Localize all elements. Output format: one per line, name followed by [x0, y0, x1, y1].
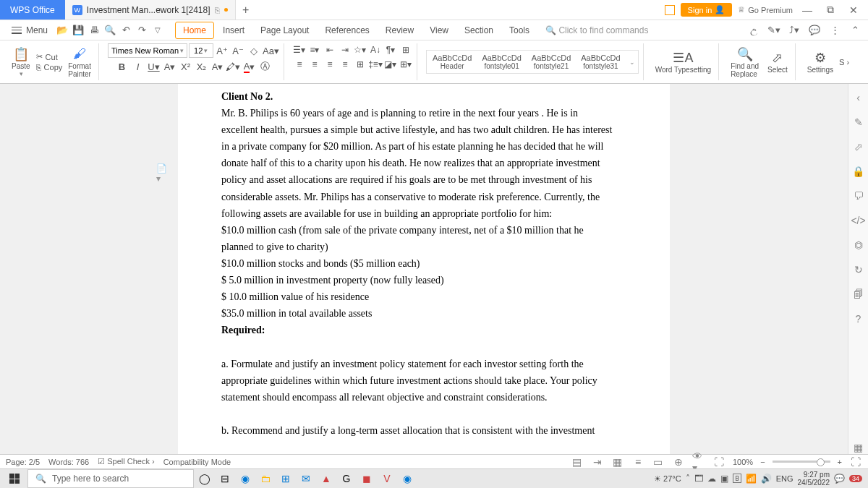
code-icon[interactable]: </>	[852, 214, 865, 227]
bluetooth-icon[interactable]: 🄱	[733, 474, 741, 484]
maximize-button[interactable]: ⧉	[822, 4, 839, 16]
bullets-button[interactable]: ☰▾	[293, 43, 306, 56]
strikethrough-button[interactable]: A▾	[162, 59, 176, 74]
task-view-icon[interactable]: ◯	[195, 469, 214, 488]
page-indicator[interactable]: Page: 2/5	[6, 458, 40, 466]
share-icon[interactable]: උ	[746, 23, 761, 38]
styles-more-icon[interactable]: ⌄	[629, 59, 635, 66]
ltr-button[interactable]: A↓	[369, 43, 382, 56]
show-marks-button[interactable]: ¶▾	[384, 43, 397, 56]
menu-button[interactable]: Menu	[6, 25, 54, 35]
tray-chevron-icon[interactable]: ˄	[686, 474, 690, 484]
select-tool-icon[interactable]: ⬀	[852, 140, 865, 153]
align-right-button[interactable]: ≡	[323, 58, 336, 71]
find-replace-button[interactable]: 🔍Find and Replace	[728, 45, 762, 80]
justify-button[interactable]: ≡	[339, 58, 352, 71]
onedrive-icon[interactable]: ☁	[707, 474, 716, 484]
document-area[interactable]: 📄▾ Client No 2. Mr. B. Philips is 60 yea…	[0, 84, 848, 454]
underline-button[interactable]: U▾	[146, 59, 161, 74]
grow-font-button[interactable]: A⁺	[215, 43, 229, 58]
camera-icon[interactable]: ◉	[398, 469, 417, 488]
chrome-icon[interactable]: G	[337, 469, 356, 488]
app-icon-2[interactable]: V	[378, 469, 396, 488]
font-color-button[interactable]: A▾	[242, 59, 256, 74]
preview-icon[interactable]: 🔍	[103, 23, 117, 38]
volume-icon[interactable]: 🔊	[761, 474, 772, 484]
weather-widget[interactable]: ☀ 27°C	[654, 474, 681, 484]
word-count[interactable]: Words: 766	[48, 458, 89, 466]
shrink-font-button[interactable]: A⁻	[231, 43, 245, 58]
redo-icon[interactable]: ↷	[135, 23, 149, 38]
store-icon[interactable]: ⊞	[276, 469, 295, 488]
edge-icon[interactable]: ◉	[236, 469, 255, 488]
clear-format-button[interactable]: ◇	[247, 43, 261, 58]
change-case-button[interactable]: Aa▾	[263, 43, 279, 58]
style-gallery[interactable]: AaBbCcDdHeader AaBbCcDdfontstyle01 AaBbC…	[426, 50, 639, 74]
align-left-button[interactable]: ≡	[293, 58, 306, 71]
language-indicator[interactable]: ENG	[776, 474, 793, 483]
cortana-icon[interactable]: ⊟	[216, 469, 234, 488]
settings-side-icon[interactable]: ⏣	[852, 239, 865, 252]
outdent-button[interactable]: ⇤	[323, 43, 336, 56]
history-icon[interactable]: ↻	[852, 263, 865, 276]
sort-button[interactable]: ☆▾	[354, 43, 367, 56]
taskbar-search[interactable]: 🔍Type here to search	[27, 469, 194, 488]
indent-button[interactable]: ⇥	[339, 43, 352, 56]
style-header[interactable]: AaBbCcDdHeader	[430, 52, 475, 72]
bold-button[interactable]: B	[114, 59, 129, 74]
edit-mode-icon[interactable]: ✎▾	[767, 23, 781, 38]
export-icon[interactable]: ⤴▾	[787, 23, 801, 38]
more-icon[interactable]: ⋮	[827, 23, 842, 38]
print-icon[interactable]: 🖶	[87, 23, 101, 38]
open-icon[interactable]: 📂	[55, 23, 69, 38]
tab-section[interactable]: Section	[457, 22, 501, 38]
grid-apps-icon[interactable]: ▦	[852, 441, 865, 454]
word-typesetting-button[interactable]: ☰AWord Typesetting	[652, 48, 714, 75]
comment-icon[interactable]: 💬	[807, 23, 822, 38]
copy-button[interactable]: ⎘Copy	[36, 63, 63, 72]
battery-icon[interactable]: 🗔	[694, 474, 703, 484]
tray-app-icon[interactable]: ▣	[720, 474, 728, 484]
tab-references[interactable]: References	[318, 22, 376, 38]
layout-1-icon[interactable]: ▤	[571, 455, 584, 468]
text-effects-button[interactable]: A▾	[210, 59, 224, 74]
translate-icon[interactable]: 🗩	[852, 189, 865, 202]
tab-review[interactable]: Review	[378, 22, 421, 38]
view-read-icon[interactable]: ⊕	[672, 455, 685, 468]
office-icon[interactable]: ◼	[357, 469, 376, 488]
char-border-button[interactable]: Ⓐ	[258, 59, 272, 74]
view-outline-icon[interactable]: ≡	[631, 455, 644, 468]
numbering-button[interactable]: ≡▾	[308, 43, 321, 56]
spell-check-toggle[interactable]: ☑ Spell Check ›	[98, 457, 155, 466]
signin-button[interactable]: Sign in👤	[681, 3, 733, 17]
explorer-icon[interactable]: 🗀	[256, 469, 275, 488]
tab-tools[interactable]: Tools	[502, 22, 537, 38]
tab-insert[interactable]: Insert	[216, 22, 252, 38]
align-center-button[interactable]: ≡	[308, 58, 321, 71]
clock[interactable]: 9:27 pm24/5/2022	[797, 471, 830, 487]
save-icon[interactable]: 💾	[71, 23, 85, 38]
eye-icon[interactable]: 👁▾	[692, 455, 705, 468]
settings-button[interactable]: ⚙Settings	[804, 48, 836, 75]
zoom-in-button[interactable]: +	[838, 458, 842, 466]
document-tab[interactable]: W Investment Man...ework 1[2418] ⎘	[65, 0, 236, 20]
fit-icon[interactable]: ⛶	[712, 455, 726, 468]
borders-button[interactable]: ⊞▾	[399, 58, 412, 71]
zoom-slider[interactable]	[773, 461, 830, 463]
line-spacing-button[interactable]: ‡≡▾	[369, 58, 382, 71]
start-button[interactable]	[3, 469, 26, 488]
close-button[interactable]: ✕	[845, 4, 862, 16]
compat-mode[interactable]: Compatibility Mode	[163, 458, 231, 466]
paste-button[interactable]: 📋Paste▾	[9, 45, 33, 79]
italic-button[interactable]: I	[130, 59, 145, 74]
search-commands[interactable]: 🔍 Click to find commands	[545, 25, 648, 35]
collapse-panel-icon[interactable]: ‹	[852, 91, 865, 104]
tab-view[interactable]: View	[422, 22, 456, 38]
fullscreen-icon[interactable]: ⛶	[849, 455, 862, 468]
format-painter-button[interactable]: 🖌Format Painter	[65, 45, 94, 80]
edit-tool-icon[interactable]: ✎	[852, 116, 865, 129]
undo-icon[interactable]: ↶	[119, 23, 133, 38]
zoom-out-button[interactable]: −	[760, 458, 765, 466]
margin-handle-icon[interactable]: 📄▾	[156, 163, 171, 175]
collapse-ribbon-icon[interactable]: ⌃	[848, 23, 862, 38]
